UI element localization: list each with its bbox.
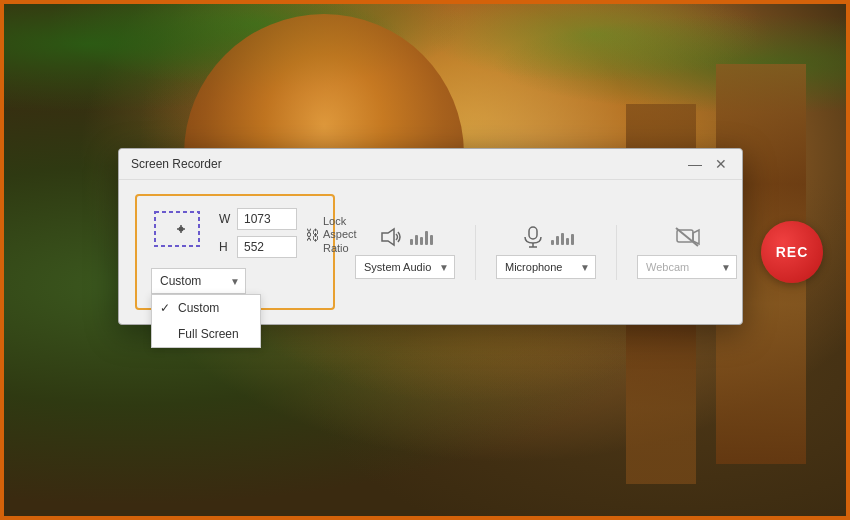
webcam-icon: [673, 225, 701, 249]
microphone-select[interactable]: Microphone: [496, 255, 596, 279]
capture-dimensions: W H ⛓ Lock AspectRatio: [151, 208, 319, 258]
svg-point-3: [179, 227, 184, 232]
webcam-select-wrapper: Webcam ▼: [637, 255, 737, 279]
microphone-select-wrapper: Microphone ▼: [496, 255, 596, 279]
dimensions-group: W H: [219, 208, 297, 258]
height-input[interactable]: [237, 236, 297, 258]
mic-bar2: [556, 236, 559, 245]
webcam-select[interactable]: Webcam: [637, 255, 737, 279]
bar3: [420, 237, 423, 245]
dialog-title: Screen Recorder: [131, 157, 222, 171]
dropdown-item-custom[interactable]: Custom: [152, 295, 260, 321]
svg-marker-4: [382, 229, 394, 245]
webcam-icon-row: [673, 225, 701, 249]
capture-area-icon: [151, 208, 211, 258]
bar2: [415, 235, 418, 245]
rec-button[interactable]: REC: [761, 221, 823, 283]
system-audio-select-wrapper: System Audio ▼: [355, 255, 455, 279]
mic-bar3: [561, 233, 564, 245]
dialog-controls: — ✕: [686, 155, 730, 173]
rec-label: REC: [776, 244, 809, 260]
width-row: W: [219, 208, 297, 230]
lock-icon: ⛓: [305, 227, 319, 243]
microphone-icon-row: [519, 225, 574, 249]
dialog-content: W H ⛓ Lock AspectRatio: [119, 180, 742, 324]
separator-2: [616, 225, 617, 280]
height-label: H: [219, 240, 233, 254]
mic-bar1: [551, 240, 554, 245]
microphone-bars: [551, 229, 574, 245]
capture-bottom: Custom Full Screen ▼ Custom Full Screen: [151, 268, 319, 294]
system-audio-group: System Audio ▼: [355, 225, 455, 279]
av-controls: System Audio ▼: [355, 221, 823, 283]
width-label: W: [219, 212, 233, 226]
lock-aspect-label: Lock AspectRatio: [323, 215, 357, 255]
mode-dropdown-menu: Custom Full Screen: [151, 294, 261, 348]
screen-recorder-dialog: Screen Recorder — ✕: [118, 148, 743, 325]
microphone-icon: [519, 225, 547, 249]
system-audio-bars: [410, 229, 433, 245]
dialog-titlebar: Screen Recorder — ✕: [119, 149, 742, 180]
system-audio-select[interactable]: System Audio: [355, 255, 455, 279]
mic-bar4: [566, 238, 569, 245]
minimize-button[interactable]: —: [686, 155, 704, 173]
mode-select[interactable]: Custom Full Screen: [151, 268, 246, 294]
mode-select-wrapper: Custom Full Screen ▼ Custom Full Screen: [151, 268, 246, 294]
svg-rect-5: [529, 227, 537, 239]
bar5: [430, 235, 433, 245]
capture-panel: W H ⛓ Lock AspectRatio: [135, 194, 335, 310]
bar1: [410, 239, 413, 245]
close-button[interactable]: ✕: [712, 155, 730, 173]
system-audio-icon-row: [378, 225, 433, 249]
webcam-group: Webcam ▼: [637, 225, 737, 279]
speaker-icon: [378, 225, 406, 249]
microphone-group: Microphone ▼: [496, 225, 596, 279]
separator-1: [475, 225, 476, 280]
lock-aspect-ratio: ⛓ Lock AspectRatio: [305, 215, 357, 255]
bar4: [425, 231, 428, 245]
mic-bar5: [571, 234, 574, 245]
width-input[interactable]: [237, 208, 297, 230]
height-row: H: [219, 236, 297, 258]
dropdown-item-fullscreen[interactable]: Full Screen: [152, 321, 260, 347]
